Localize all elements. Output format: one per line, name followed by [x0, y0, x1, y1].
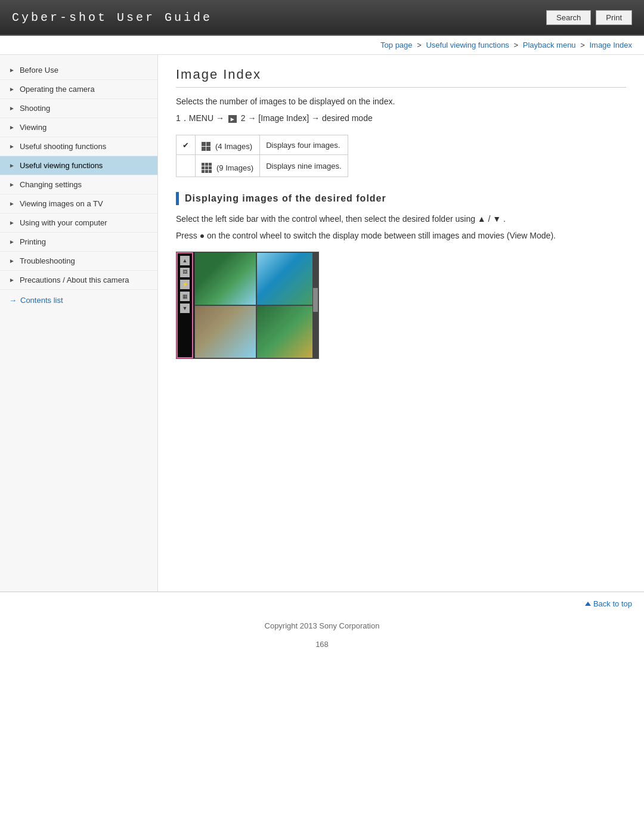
photo-cell-3	[194, 305, 256, 358]
triangle-up-icon	[585, 602, 591, 606]
sub-desc-2: Press ● on the control wheel to switch t…	[176, 229, 626, 242]
desc-cell-0: Displays four images.	[260, 135, 348, 155]
check-cell-0: ✔	[177, 135, 196, 155]
content-area: Image Index Selects the number of images…	[158, 55, 644, 592]
sidebar: ►Before Use►Operating the camera►Shootin…	[0, 55, 158, 592]
breadcrumb-sep-3: >	[580, 41, 587, 49]
sidebar-item-0[interactable]: ►Before Use	[0, 61, 157, 80]
sidebar-arrow-10: ►	[9, 258, 15, 264]
blue-bar-icon	[176, 192, 179, 205]
sidebar-arrow-9: ►	[9, 239, 15, 245]
sidebar-item-2[interactable]: ►Shooting	[0, 99, 157, 118]
ss-icon-5: ▼	[180, 304, 190, 313]
table-row-1: (9 Images)Displays nine images.	[177, 155, 348, 177]
desc-cell-1: Displays nine images.	[260, 155, 348, 177]
sidebar-arrow-0: ►	[9, 67, 15, 73]
screenshot-image: ▲ 🖼 ⚡ ▦ ▼	[176, 252, 319, 359]
icon-cell-0: (4 Images)	[196, 135, 260, 155]
sidebar-label-10: Troubleshooting	[20, 256, 75, 265]
print-button[interactable]: Print	[596, 10, 632, 25]
search-button[interactable]: Search	[546, 10, 591, 25]
page-title: Image Index	[176, 67, 626, 88]
sidebar-item-6[interactable]: ►Changing settings	[0, 175, 157, 194]
sidebar-arrow-6: ►	[9, 181, 15, 188]
playback-icon: ▶	[228, 115, 237, 123]
scrollbar-thumb	[313, 288, 318, 312]
screenshot-sidebar: ▲ 🖼 ⚡ ▦ ▼	[177, 252, 193, 358]
table-row-0: ✔(4 Images)Displays four images.	[177, 135, 348, 155]
contents-link[interactable]: → Contents list	[0, 290, 157, 311]
photo-cell-2	[256, 252, 318, 305]
sidebar-item-10[interactable]: ►Troubleshooting	[0, 252, 157, 271]
sidebar-label-3: Viewing	[20, 123, 47, 132]
sidebar-item-3[interactable]: ►Viewing	[0, 118, 157, 137]
menu-instruction: 1．MENU → ▶ 2 → [Image Index] → desired m…	[176, 113, 626, 124]
icon-cell-1: (9 Images)	[196, 155, 260, 177]
sidebar-arrow-5: ►	[9, 162, 15, 169]
sidebar-item-11[interactable]: ►Precautions / About this camera	[0, 271, 157, 290]
breadcrumb: Top page > Useful viewing functions > Pl…	[0, 36, 644, 55]
photo-grid	[194, 252, 318, 358]
section-description: Selects the number of images to be displ…	[176, 97, 626, 106]
sidebar-label-5: Useful viewing functions	[20, 161, 103, 170]
sidebar-arrow-11: ►	[9, 277, 15, 283]
image-index-table: ✔(4 Images)Displays four images.(9 Image…	[176, 135, 348, 177]
breadcrumb-image-index[interactable]: Image Index	[589, 41, 632, 49]
app-title: Cyber-shot User Guide	[12, 11, 212, 24]
ss-icon-4: ▦	[180, 292, 190, 301]
photo-cell-1	[194, 252, 256, 305]
sidebar-label-11: Precautions / About this camera	[20, 275, 129, 284]
sidebar-arrow-3: ►	[9, 124, 15, 131]
sidebar-item-5[interactable]: ►Useful viewing functions	[0, 156, 157, 175]
sidebar-item-4[interactable]: ►Useful shooting functions	[0, 137, 157, 156]
sidebar-label-7: Viewing images on a TV	[20, 199, 103, 208]
breadcrumb-playback-menu[interactable]: Playback menu	[523, 41, 576, 49]
ss-icon-2: 🖼	[180, 268, 190, 277]
sub-section-title: Displaying images of the desired folder	[176, 192, 626, 205]
sidebar-item-7[interactable]: ►Viewing images on a TV	[0, 194, 157, 213]
sidebar-label-0: Before Use	[20, 66, 58, 75]
arrow-right-icon: →	[9, 296, 17, 305]
breadcrumb-sep-2: >	[514, 41, 521, 49]
sub-desc-1: Select the left side bar with the contro…	[176, 212, 626, 225]
header: Cyber-shot User Guide Search Print	[0, 0, 644, 36]
sub-section-title-text: Displaying images of the desired folder	[185, 193, 386, 204]
sidebar-item-9[interactable]: ►Printing	[0, 233, 157, 252]
contents-link-label: Contents list	[20, 296, 63, 305]
copyright: Copyright 2013 Sony Corporation	[0, 615, 644, 636]
footer: Back to top	[0, 592, 644, 615]
sidebar-item-8[interactable]: ►Using with your computer	[0, 213, 157, 233]
ss-icon-1: ▲	[180, 256, 190, 265]
page-number: 168	[0, 636, 644, 652]
sidebar-label-9: Printing	[20, 237, 46, 246]
sidebar-item-1[interactable]: ►Operating the camera	[0, 80, 157, 99]
sidebar-arrow-1: ►	[9, 86, 15, 92]
photo-cell-4	[256, 305, 318, 358]
sidebar-label-6: Changing settings	[20, 180, 82, 189]
header-buttons: Search Print	[546, 10, 632, 25]
icon-label-1: (9 Images)	[216, 163, 253, 172]
sidebar-label-1: Operating the camera	[20, 85, 95, 94]
sidebar-arrow-4: ►	[9, 143, 15, 150]
main-layout: ►Before Use►Operating the camera►Shootin…	[0, 55, 644, 592]
sidebar-label-4: Useful shooting functions	[20, 142, 106, 151]
sidebar-label-8: Using with your computer	[20, 218, 107, 227]
check-cell-1	[177, 155, 196, 177]
sidebar-label-2: Shooting	[20, 104, 50, 113]
icon-label-0: (4 Images)	[215, 142, 252, 151]
back-to-top-link[interactable]: Back to top	[585, 599, 632, 608]
sidebar-arrow-7: ►	[9, 200, 15, 207]
ss-icon-3: ⚡	[180, 280, 190, 289]
sidebar-arrow-2: ►	[9, 105, 15, 112]
breadcrumb-useful-viewing[interactable]: Useful viewing functions	[426, 41, 509, 49]
sidebar-arrow-8: ►	[9, 219, 15, 226]
screenshot-scrollbar	[312, 252, 318, 358]
back-to-top-label: Back to top	[593, 599, 632, 608]
breadcrumb-top-page[interactable]: Top page	[380, 41, 413, 49]
breadcrumb-sep-1: >	[417, 41, 423, 49]
